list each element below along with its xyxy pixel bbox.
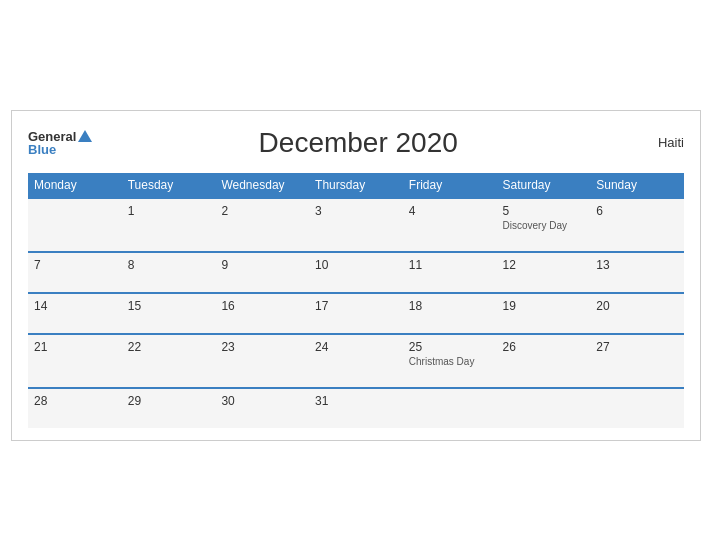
day-number: 30 (221, 394, 303, 408)
weekday-header-saturday: Saturday (497, 173, 591, 198)
day-number: 29 (128, 394, 210, 408)
calendar-cell: 1 (122, 198, 216, 252)
month-title: December 2020 (92, 127, 624, 159)
day-number: 6 (596, 204, 678, 218)
event-name: Christmas Day (409, 356, 491, 367)
calendar-cell: 14 (28, 293, 122, 334)
day-number: 1 (128, 204, 210, 218)
calendar-cell: 7 (28, 252, 122, 293)
day-number: 18 (409, 299, 491, 313)
calendar-cell: 6 (590, 198, 684, 252)
logo-triangle-icon (78, 130, 92, 142)
day-number: 22 (128, 340, 210, 354)
calendar-cell: 27 (590, 334, 684, 388)
weekday-header-row: MondayTuesdayWednesdayThursdayFridaySatu… (28, 173, 684, 198)
calendar-cell: 4 (403, 198, 497, 252)
calendar-cell: 25Christmas Day (403, 334, 497, 388)
day-number: 16 (221, 299, 303, 313)
day-number: 8 (128, 258, 210, 272)
calendar-table: MondayTuesdayWednesdayThursdayFridaySatu… (28, 173, 684, 428)
day-number: 13 (596, 258, 678, 272)
calendar-cell: 24 (309, 334, 403, 388)
day-number: 7 (34, 258, 116, 272)
logo: General Blue (28, 130, 92, 156)
logo-general-text: General (28, 130, 76, 143)
day-number: 11 (409, 258, 491, 272)
calendar-cell: 22 (122, 334, 216, 388)
day-number: 27 (596, 340, 678, 354)
day-number: 9 (221, 258, 303, 272)
day-number: 23 (221, 340, 303, 354)
country-label: Haiti (624, 135, 684, 150)
calendar-cell: 5Discovery Day (497, 198, 591, 252)
calendar-cell: 20 (590, 293, 684, 334)
weekday-header-friday: Friday (403, 173, 497, 198)
calendar-cell: 30 (215, 388, 309, 428)
day-number: 19 (503, 299, 585, 313)
calendar-cell: 11 (403, 252, 497, 293)
calendar-cell: 9 (215, 252, 309, 293)
event-name: Discovery Day (503, 220, 585, 231)
day-number: 3 (315, 204, 397, 218)
day-number: 2 (221, 204, 303, 218)
day-number: 26 (503, 340, 585, 354)
day-number: 10 (315, 258, 397, 272)
weekday-header-monday: Monday (28, 173, 122, 198)
calendar-cell: 13 (590, 252, 684, 293)
day-number: 25 (409, 340, 491, 354)
calendar-header: General Blue December 2020 Haiti (28, 127, 684, 159)
week-row-1: 12345Discovery Day6 (28, 198, 684, 252)
weekday-header-thursday: Thursday (309, 173, 403, 198)
day-number: 20 (596, 299, 678, 313)
day-number: 31 (315, 394, 397, 408)
week-row-2: 78910111213 (28, 252, 684, 293)
calendar-cell: 19 (497, 293, 591, 334)
day-number: 21 (34, 340, 116, 354)
weekday-header-sunday: Sunday (590, 173, 684, 198)
weekday-header-tuesday: Tuesday (122, 173, 216, 198)
calendar-cell: 31 (309, 388, 403, 428)
calendar-cell (403, 388, 497, 428)
calendar-cell: 29 (122, 388, 216, 428)
calendar-cell: 21 (28, 334, 122, 388)
calendar-cell: 17 (309, 293, 403, 334)
calendar-cell: 12 (497, 252, 591, 293)
day-number: 4 (409, 204, 491, 218)
calendar-cell: 8 (122, 252, 216, 293)
calendar-cell: 3 (309, 198, 403, 252)
day-number: 12 (503, 258, 585, 272)
calendar-cell: 26 (497, 334, 591, 388)
calendar-cell: 10 (309, 252, 403, 293)
calendar-container: General Blue December 2020 Haiti MondayT… (11, 110, 701, 441)
week-row-3: 14151617181920 (28, 293, 684, 334)
calendar-cell: 23 (215, 334, 309, 388)
calendar-cell: 2 (215, 198, 309, 252)
calendar-cell: 16 (215, 293, 309, 334)
week-row-5: 28293031 (28, 388, 684, 428)
calendar-cell (497, 388, 591, 428)
calendar-cell (590, 388, 684, 428)
calendar-cell (28, 198, 122, 252)
weekday-header-wednesday: Wednesday (215, 173, 309, 198)
day-number: 5 (503, 204, 585, 218)
day-number: 14 (34, 299, 116, 313)
calendar-cell: 18 (403, 293, 497, 334)
logo-blue-text: Blue (28, 143, 56, 156)
calendar-cell: 15 (122, 293, 216, 334)
week-row-4: 2122232425Christmas Day2627 (28, 334, 684, 388)
day-number: 24 (315, 340, 397, 354)
day-number: 15 (128, 299, 210, 313)
calendar-cell: 28 (28, 388, 122, 428)
day-number: 17 (315, 299, 397, 313)
day-number: 28 (34, 394, 116, 408)
